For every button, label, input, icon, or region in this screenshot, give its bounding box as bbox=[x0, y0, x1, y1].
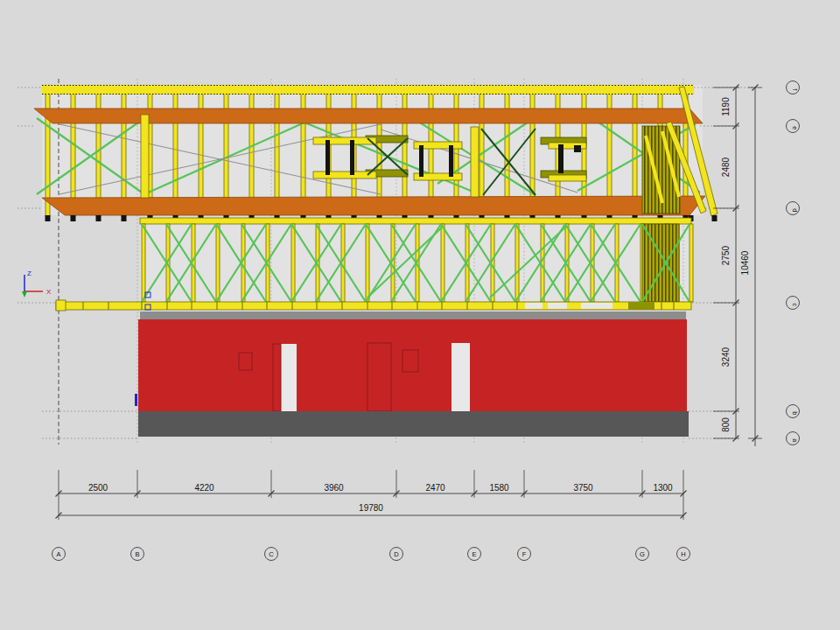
ladder-post bbox=[574, 145, 581, 152]
level-bubble-label: c bbox=[791, 304, 799, 307]
level-bubble-label: b bbox=[791, 411, 799, 415]
wide-stud bbox=[471, 127, 479, 197]
wall-stud bbox=[515, 224, 519, 302]
wall-stud bbox=[291, 224, 295, 302]
foundation bbox=[138, 411, 689, 437]
ladder-post bbox=[449, 145, 453, 177]
level-bubble-label: d bbox=[791, 208, 799, 212]
grid-bubble-label: E bbox=[472, 550, 476, 558]
grid-bubble-label: H bbox=[681, 550, 685, 558]
wall-stud bbox=[142, 224, 145, 302]
stud-end-cap bbox=[122, 215, 127, 221]
floor-band-block bbox=[56, 300, 66, 311]
floor-band-gap bbox=[525, 303, 542, 309]
cad-canvas: ZX 250042203960247015803750130019780 119… bbox=[0, 0, 840, 630]
ladder-rail-yellow bbox=[549, 175, 586, 181]
axis-z-label: Z bbox=[27, 270, 32, 277]
stud-end-cap bbox=[96, 215, 102, 221]
ground-floor-wall bbox=[138, 319, 687, 411]
dim-total-label: 10460 bbox=[740, 250, 750, 275]
dim-label: 1580 bbox=[489, 483, 509, 493]
purlin-bottom bbox=[42, 196, 705, 215]
grid-bubble-label: F bbox=[522, 550, 527, 558]
ladder-post bbox=[558, 144, 564, 173]
dim-label: 2480 bbox=[721, 157, 731, 177]
wall-opening bbox=[452, 343, 470, 411]
dim-label: 4220 bbox=[194, 483, 214, 493]
ladder-rail-yellow bbox=[313, 172, 376, 178]
ladder-rail-yellow bbox=[313, 137, 376, 144]
dim-label: 2470 bbox=[425, 483, 445, 493]
wide-stud bbox=[141, 115, 149, 198]
floor-band-gap bbox=[548, 303, 567, 309]
grid-bubble-label: B bbox=[135, 550, 139, 558]
masonry bbox=[135, 312, 689, 437]
wall-top-plate bbox=[140, 218, 691, 224]
top-plate bbox=[42, 85, 694, 94]
stud-end-cap bbox=[71, 215, 76, 221]
wall-stud bbox=[366, 224, 369, 302]
ladder-post bbox=[350, 140, 354, 175]
dim-label: 2750 bbox=[721, 245, 731, 265]
dim-label: 2500 bbox=[88, 483, 108, 493]
grid-bubble-label: C bbox=[269, 550, 274, 558]
ladder-post bbox=[419, 145, 424, 177]
ladder-post bbox=[326, 140, 330, 175]
blue-marker bbox=[135, 394, 137, 406]
grid-bubble-label: A bbox=[56, 550, 60, 558]
grid-bubble-label: D bbox=[394, 550, 399, 558]
grid-bubble-label: G bbox=[640, 550, 645, 558]
wall-stud bbox=[216, 224, 220, 302]
dim-label: 800 bbox=[721, 417, 731, 432]
dim-label: 3240 bbox=[721, 346, 731, 367]
dim-label: 3960 bbox=[324, 483, 344, 493]
axis-x-label: X bbox=[46, 288, 52, 296]
stud-end-cap bbox=[712, 215, 718, 221]
floor-band-gap bbox=[581, 303, 612, 309]
dim-label: 1190 bbox=[721, 97, 731, 116]
floor-band-olive bbox=[628, 302, 654, 310]
stud-end-cap bbox=[46, 215, 51, 221]
purlin-top bbox=[34, 108, 703, 123]
wall-stud bbox=[441, 224, 444, 302]
wall-stud bbox=[690, 224, 693, 302]
wall-opening bbox=[281, 344, 297, 411]
elevation-drawing: ZX 250042203960247015803750130019780 119… bbox=[0, 0, 840, 630]
dim-label: 1300 bbox=[653, 483, 673, 493]
sill-strip bbox=[140, 312, 686, 319]
wall-infill-block bbox=[642, 224, 679, 302]
dim-total-label: 19780 bbox=[359, 503, 383, 513]
level-bubble-label: e bbox=[791, 126, 799, 130]
dim-label: 3750 bbox=[573, 483, 593, 493]
